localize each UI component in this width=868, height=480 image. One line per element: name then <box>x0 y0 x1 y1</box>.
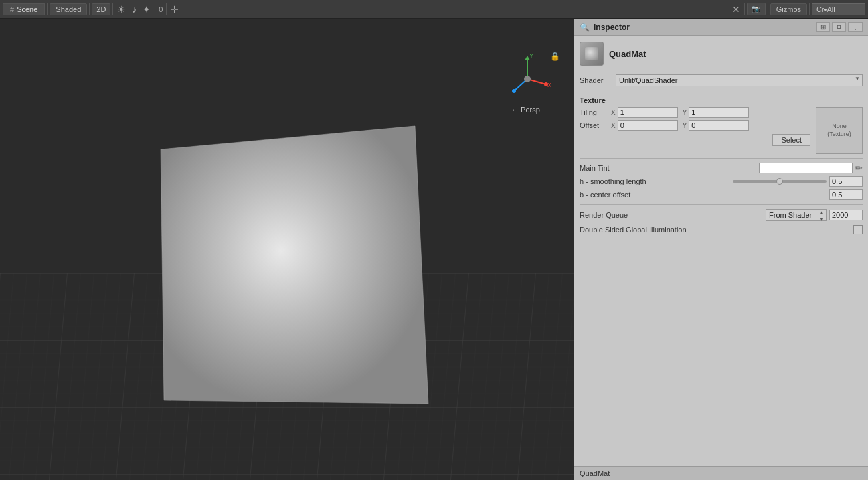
tiling-row: Tiling X Y <box>580 107 810 118</box>
color-picker-icon[interactable]: ✏ <box>855 163 863 173</box>
b-center-row: b - center offset <box>580 189 863 200</box>
footer-label: QuadMat <box>580 469 610 477</box>
render-queue-value[interactable] <box>829 210 863 220</box>
move-icon[interactable]: ✛ <box>169 4 181 15</box>
camera-dropdown[interactable]: 📷 <box>747 3 766 15</box>
offset-y-label: Y <box>683 122 687 129</box>
2d-button[interactable]: 2D <box>92 3 110 15</box>
inspector-body: QuadMat Shader Unlit/QuadShader ▼ <box>574 36 868 466</box>
gizmos-button[interactable]: Gizmos <box>770 3 807 15</box>
render-queue-row: Render Queue From Shader ▲▼ <box>580 209 863 221</box>
offset-x-label: X <box>611 122 616 129</box>
inspector-icon: 🔍 <box>580 23 590 32</box>
material-name-label: QuadMat <box>609 49 646 59</box>
offset-x-input[interactable] <box>618 120 678 131</box>
offset-y-input[interactable] <box>689 120 749 131</box>
material-icon <box>580 42 604 66</box>
count-label: 0 <box>157 5 164 13</box>
tiling-x-input[interactable] <box>618 107 678 118</box>
inspector-title-label: Inspector <box>594 23 630 32</box>
inspector-icon-btn-2[interactable]: ⚙ <box>832 22 846 32</box>
shader-row: Shader Unlit/QuadShader ▼ <box>580 74 863 86</box>
tiling-label: Tiling <box>580 108 609 116</box>
fx-icon[interactable]: ✦ <box>141 4 153 15</box>
inspector-titlebar: 🔍 Inspector ⊞ ⚙ ⋮ <box>574 19 868 36</box>
svg-text:Y: Y <box>529 52 533 59</box>
inspector-footer: QuadMat <box>574 466 868 480</box>
cross-icon[interactable]: ✕ <box>730 4 742 15</box>
svg-text:🔒: 🔒 <box>550 51 560 61</box>
render-queue-select[interactable]: From Shader <box>766 209 827 221</box>
h-smooth-row: h - smoothing length <box>580 176 863 187</box>
double-sided-label: Double Sided Global Illumination <box>580 226 853 234</box>
inspector-icon-btn-3[interactable]: ⋮ <box>848 22 863 32</box>
svg-point-8 <box>512 89 516 93</box>
texture-none-label: None(Texture) <box>827 123 851 138</box>
material-header: QuadMat <box>580 42 863 70</box>
tiling-x-label: X <box>611 109 616 116</box>
search-input[interactable] <box>812 3 865 15</box>
tiling-y-label: Y <box>683 109 687 116</box>
scene-tab-label: Scene <box>17 5 37 13</box>
h-smooth-value[interactable] <box>829 176 863 187</box>
tiling-y-input[interactable] <box>689 107 749 118</box>
main-tint-label: Main Tint <box>580 164 759 172</box>
light-icon[interactable]: ☀ <box>115 4 128 15</box>
texture-preview[interactable]: None(Texture) <box>816 107 863 154</box>
offset-row: Offset X Y <box>580 120 810 131</box>
svg-marker-3 <box>161 126 428 404</box>
svg-text:X: X <box>547 82 551 88</box>
offset-label: Offset <box>580 121 609 129</box>
scene-viewport: Y X 🔒 ← Persp <box>0 19 574 480</box>
color-swatch[interactable] <box>759 163 853 173</box>
b-center-label: b - center offset <box>580 191 733 199</box>
double-sided-checkbox[interactable] <box>853 225 863 234</box>
svg-point-12 <box>524 76 531 82</box>
svg-text:← Persp: ← Persp <box>511 106 540 114</box>
shaded-dropdown[interactable]: Shaded <box>50 3 87 15</box>
h-smooth-slider[interactable] <box>733 180 827 183</box>
texture-section: Texture Tiling X Y <box>580 96 863 154</box>
scene-background: Y X 🔒 ← Persp <box>0 19 574 480</box>
render-queue-label: Render Queue <box>580 211 766 219</box>
inspector-icon-btn-1[interactable]: ⊞ <box>816 22 830 32</box>
shader-label: Shader <box>580 76 612 84</box>
texture-select-button[interactable]: Select <box>772 134 810 146</box>
inspector-panel: 🔍 Inspector ⊞ ⚙ ⋮ QuadMat <box>574 19 868 480</box>
audio-icon[interactable]: ♪ <box>130 4 139 15</box>
texture-label: Texture <box>580 96 863 104</box>
shader-select[interactable]: Unlit/QuadShader <box>616 74 863 86</box>
double-sided-row: Double Sided Global Illumination <box>580 225 863 234</box>
h-smooth-label: h - smoothing length <box>580 177 733 185</box>
scene-tab[interactable]: # Scene <box>3 3 45 15</box>
b-center-value[interactable] <box>829 189 863 200</box>
main-tint-row: Main Tint ✏ <box>580 163 863 173</box>
hash-icon: # <box>10 5 14 13</box>
